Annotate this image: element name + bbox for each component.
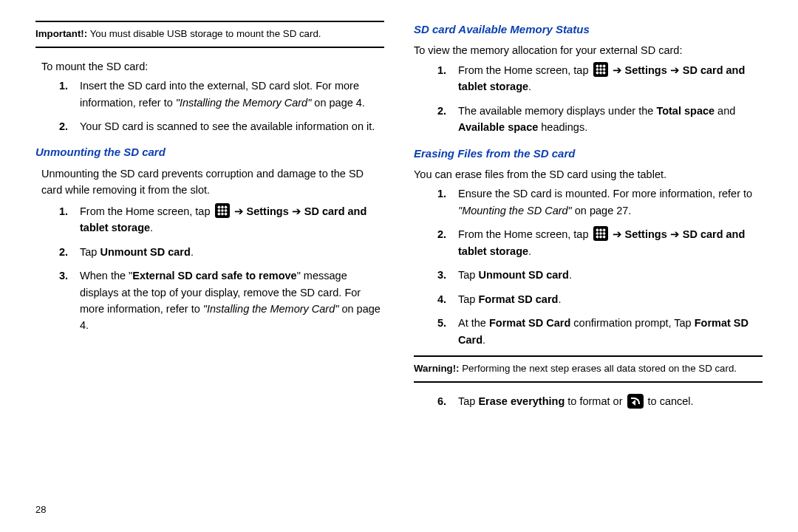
list-item: Ensure the SD card is mounted. For more … bbox=[437, 185, 763, 219]
arrow-icon: ➔ bbox=[289, 203, 304, 219]
step-text: Tap bbox=[458, 293, 478, 305]
important-notice: Important!: You must disable USB storage… bbox=[35, 21, 384, 48]
step-text: to cancel. bbox=[645, 395, 694, 407]
step-text: . bbox=[528, 245, 531, 257]
apps-grid-icon bbox=[593, 62, 608, 77]
list-item: From the Home screen, tap ➔Settings➔SD c… bbox=[437, 226, 763, 259]
step-text: and bbox=[715, 105, 735, 117]
unmount-intro: Unmounting the SD card prevents corrupti… bbox=[41, 166, 384, 199]
step-text: From the Home screen, tap bbox=[80, 205, 214, 217]
list-item: The available memory displays under the … bbox=[437, 103, 763, 136]
apps-grid-icon bbox=[215, 203, 230, 218]
bold-label: Format SD Card bbox=[489, 317, 570, 329]
apps-grid-icon bbox=[593, 226, 608, 241]
warning-notice: Warning!: Performing the next step erase… bbox=[414, 355, 763, 383]
bold-label: Erase everything bbox=[478, 395, 565, 407]
memory-status-steps: From the Home screen, tap ➔Settings➔SD c… bbox=[437, 62, 763, 136]
important-label: Important!: bbox=[35, 28, 87, 39]
step-text: Ensure the SD card is mounted. For more … bbox=[458, 188, 752, 200]
step-text: When the " bbox=[80, 270, 132, 282]
reference-italic: "Mounting the SD Card" bbox=[458, 205, 572, 216]
step-text: From the Home screen, tap bbox=[458, 64, 592, 76]
bold-label: Settings bbox=[625, 64, 667, 76]
step-text: At the bbox=[458, 317, 489, 329]
bold-label: Available space bbox=[458, 121, 538, 133]
step-text: confirmation prompt, Tap bbox=[570, 317, 694, 329]
step-text: on page 4. bbox=[311, 97, 365, 109]
arrow-icon: ➔ bbox=[610, 62, 625, 78]
list-item: Your SD card is scanned to see the avail… bbox=[59, 118, 384, 134]
arrow-icon: ➔ bbox=[667, 226, 683, 242]
bold-label: Format SD card bbox=[478, 293, 558, 305]
step-text: on page 27. bbox=[572, 205, 632, 216]
bold-label: Total space bbox=[656, 105, 715, 117]
erasing-steps: Ensure the SD card is mounted. For more … bbox=[437, 185, 763, 348]
list-item: Insert the SD card into the external, SD… bbox=[59, 78, 384, 111]
arrow-icon: ➔ bbox=[231, 203, 247, 219]
step-text: From the Home screen, tap bbox=[458, 228, 592, 240]
bold-label: Settings bbox=[625, 228, 667, 240]
warning-label: Warning!: bbox=[414, 363, 460, 374]
erasing-intro: You can erase files from the SD card usi… bbox=[414, 166, 763, 183]
list-item: When the "External SD card safe to remov… bbox=[59, 267, 384, 334]
list-item: Tap Unmount SD card. bbox=[437, 267, 763, 283]
step-text: to format or bbox=[565, 395, 625, 407]
manual-page: Important!: You must disable USB storage… bbox=[0, 0, 798, 532]
step-text: . bbox=[558, 293, 561, 305]
unmounting-heading: Unmounting the SD card bbox=[35, 143, 384, 160]
unmount-steps: From the Home screen, tap ➔Settings➔SD c… bbox=[59, 203, 384, 334]
arrow-icon: ➔ bbox=[667, 62, 683, 78]
step-text: Tap bbox=[458, 269, 478, 281]
bold-label: External SD card safe to remove bbox=[132, 270, 296, 282]
step-text: Tap bbox=[458, 395, 478, 407]
reference-italic: "Installing the Memory Card" bbox=[203, 303, 339, 315]
arrow-icon: ➔ bbox=[610, 226, 625, 242]
important-text: You must disable USB storage to mount th… bbox=[87, 28, 321, 39]
mount-intro: To mount the SD card: bbox=[41, 58, 384, 75]
memory-status-intro: To view the memory allocation for your e… bbox=[414, 42, 763, 58]
list-item: From the Home screen, tap ➔Settings➔SD c… bbox=[437, 62, 763, 95]
warning-text: Performing the next step erases all data… bbox=[460, 363, 737, 374]
list-item: Tap Erase everything to format or to can… bbox=[437, 393, 763, 409]
bold-label: Unmount SD card bbox=[100, 246, 190, 258]
bold-label: Settings bbox=[247, 205, 289, 217]
step-text: . bbox=[569, 269, 572, 281]
step-text: . bbox=[150, 222, 153, 233]
erasing-steps-cont: Tap Erase everything to format or to can… bbox=[437, 393, 763, 409]
step-text: Your SD card is scanned to see the avail… bbox=[80, 120, 375, 132]
erasing-heading: Erasing Files from the SD card bbox=[414, 145, 763, 162]
step-text: . bbox=[528, 81, 531, 92]
left-column: Important!: You must disable USB storage… bbox=[35, 21, 384, 517]
step-text: . bbox=[191, 246, 194, 258]
list-item: Tap Format SD card. bbox=[437, 291, 763, 307]
back-arrow-icon bbox=[627, 394, 644, 409]
list-item: Tap Unmount SD card. bbox=[59, 244, 384, 260]
step-text: The available memory displays under the bbox=[458, 105, 656, 117]
list-item: From the Home screen, tap ➔Settings➔SD c… bbox=[59, 203, 384, 236]
step-text: headings. bbox=[538, 121, 587, 133]
page-number: 28 bbox=[35, 502, 46, 517]
mount-steps: Insert the SD card into the external, SD… bbox=[59, 78, 384, 134]
reference-italic: "Installing the Memory Card" bbox=[176, 97, 312, 109]
bold-label: Unmount SD card bbox=[478, 269, 568, 281]
memory-status-heading: SD card Available Memory Status bbox=[414, 21, 763, 38]
step-text: . bbox=[482, 334, 485, 346]
right-column: SD card Available Memory Status To view … bbox=[414, 21, 763, 517]
step-text: Tap bbox=[80, 246, 100, 258]
list-item: At the Format SD Card confirmation promp… bbox=[437, 315, 763, 348]
